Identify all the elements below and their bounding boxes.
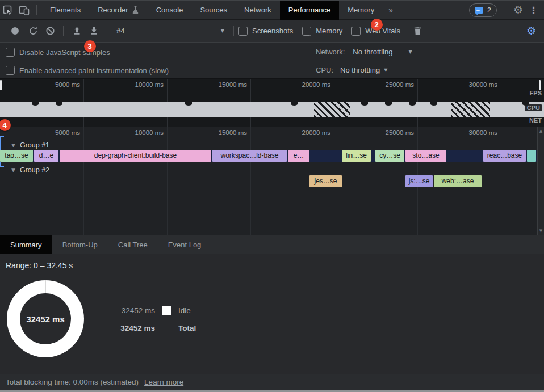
cpu-band-notch (56, 102, 62, 106)
divider (233, 26, 234, 36)
checkbox[interactable] (6, 66, 15, 75)
divider (36, 5, 37, 15)
tab-label: Console (156, 6, 183, 14)
kebab-menu-icon[interactable]: ⋮ (528, 5, 544, 16)
advanced-paint-checkbox[interactable]: Enable advanced paint instrumentation (s… (6, 66, 169, 75)
flame-bar[interactable]: cy…se (375, 150, 404, 162)
flame-bar[interactable]: jes…se (309, 175, 342, 187)
flame-chart[interactable]: 5000 ms10000 ms15000 ms20000 ms25000 ms3… (0, 127, 544, 235)
screenshots-checkbox[interactable]: Screenshots (238, 27, 293, 36)
lane-label-fps: FPS (530, 90, 542, 96)
flame-bar[interactable]: d…e (34, 150, 58, 162)
legend-swatch (162, 324, 171, 332)
chevron-down-icon: ▼ (384, 68, 387, 73)
tab-event-log[interactable]: Event Log (158, 235, 212, 254)
scroll-up-icon[interactable]: ▲ (539, 129, 542, 133)
checkbox-label: Memory (316, 27, 342, 35)
flame-bar[interactable]: lin…se (342, 150, 371, 162)
clear-icon[interactable] (41, 24, 58, 39)
flame-bar[interactable]: tao…se (0, 150, 33, 162)
cpu-band-notch (291, 102, 298, 106)
tab-more-tabs[interactable]: » (383, 1, 399, 20)
tab-label: » (388, 6, 393, 15)
checkbox[interactable] (351, 27, 361, 36)
flame-bar[interactable]: dep-graph-client:build-base (60, 150, 211, 162)
record-button[interactable] (11, 27, 19, 35)
tab-recorder[interactable]: Recorder (89, 1, 147, 20)
devtools-settings-gear-icon[interactable]: ⚙ (509, 5, 528, 15)
panel-tabs: ElementsRecorderConsoleSourcesNetworkPer… (41, 1, 399, 19)
inspect-element-icon[interactable] (0, 3, 16, 18)
cpu-band-notch (185, 102, 192, 106)
reload-and-record-icon[interactable] (24, 24, 41, 39)
cpu-unattributed-hatch (314, 102, 350, 117)
flame-bar[interactable]: e… (288, 150, 309, 162)
checkbox-label: Enable advanced paint instrumentation (s… (19, 66, 169, 75)
overview-right-handle[interactable] (539, 80, 541, 90)
flame-tick-label: 5000 ms (23, 129, 80, 136)
flame-bar[interactable] (527, 150, 536, 162)
tab-console[interactable]: Console (148, 1, 192, 20)
collapse-triangle-icon[interactable]: ▼ (11, 167, 15, 173)
flask-icon (132, 6, 139, 14)
device-toolbar-icon[interactable] (16, 3, 32, 18)
flame-bar[interactable]: workspac…ld-base (212, 150, 287, 162)
overview-tick-label: 15000 ms (190, 81, 247, 88)
timeline-overview[interactable]: 5000 ms10000 ms15000 ms20000 ms25000 ms3… (0, 79, 544, 127)
lane-label-cpu: CPU (525, 104, 542, 111)
collapse-triangle-icon[interactable]: ▼ (11, 142, 15, 148)
tab-performance[interactable]: Performance (280, 1, 339, 20)
tab-label: Performance (288, 6, 330, 14)
checkbox[interactable] (6, 48, 15, 57)
capture-settings-pane: Disable JavaScript samples Enable advanc… (0, 43, 544, 79)
tab-network[interactable]: Network (236, 1, 280, 20)
trace-history-select[interactable]: #4 ▼ (112, 27, 229, 35)
checkbox[interactable] (238, 27, 248, 36)
performance-toolbar: #4 ▼ ScreenshotsMemoryWeb Vitals ⚙ (0, 20, 544, 43)
tab-bottom-up[interactable]: Bottom-Up (52, 235, 108, 254)
range-label: Range: 0 – 32.45 s (6, 261, 73, 270)
delete-recording-icon[interactable] (409, 24, 426, 39)
checkbox-label: Web Vitals (365, 27, 400, 35)
flame-tick-label: 15000 ms (190, 129, 247, 136)
divider (107, 26, 107, 36)
scroll-down-icon[interactable]: ▼ (539, 229, 542, 233)
tab-summary[interactable]: Summary (0, 235, 52, 254)
status-footer: Total blocking time: 0.00ms (estimated) … (0, 374, 544, 390)
flame-bar[interactable]: js:…se (405, 175, 433, 187)
save-profile-icon[interactable] (85, 24, 102, 39)
cpu-band-notch (409, 102, 416, 106)
flame-bar-row: tao…sed…edep-graph-client:build-basework… (0, 150, 537, 162)
flame-tick-label: 30000 ms (441, 129, 497, 136)
tab-memory[interactable]: Memory (339, 1, 383, 20)
message-bubble-icon (475, 7, 483, 14)
capture-settings-gear-icon[interactable]: ⚙ (522, 26, 541, 36)
chevron-down-icon: ▼ (408, 49, 412, 54)
tab-elements[interactable]: Elements (41, 1, 89, 20)
flame-bar[interactable]: web:…ase (434, 175, 482, 187)
overview-tick-label: 20000 ms (274, 81, 330, 88)
messages-count: 2 (487, 6, 491, 14)
legend-swatch (162, 306, 171, 315)
network-throttling-select[interactable]: Network: No throttling ▼ (316, 48, 412, 56)
flame-bar[interactable]: sto…ase (405, 150, 446, 162)
load-profile-icon[interactable] (68, 24, 85, 39)
tab-label: Elements (50, 6, 81, 14)
memory-checkbox[interactable]: Memory (302, 27, 342, 36)
cpu-throttling-select[interactable]: CPU: No throttling ▼ (316, 66, 387, 74)
tab-call-tree[interactable]: Call Tree (108, 235, 158, 254)
overview-left-handle[interactable] (0, 80, 2, 90)
group-header-1[interactable]: ▼Group #1 (0, 140, 544, 150)
tab-label: Memory (348, 6, 374, 14)
flame-tick-label: 25000 ms (357, 129, 414, 136)
tab-sources[interactable]: Sources (191, 1, 236, 20)
flame-scrollbar[interactable]: ▲ ▼ (537, 127, 544, 235)
group-header-2[interactable]: ▼Group #2 (0, 165, 544, 175)
flame-bar[interactable]: reac…base (483, 150, 526, 162)
annotation-badge-4: 4 (0, 119, 11, 131)
console-messages-button[interactable]: 2 (469, 3, 497, 17)
learn-more-link[interactable]: Learn more (144, 378, 183, 386)
checkbox[interactable] (302, 27, 311, 36)
chevron-down-icon: ▼ (221, 28, 224, 33)
donut-legend: 32452 msIdle32452 msTotal (116, 305, 196, 340)
